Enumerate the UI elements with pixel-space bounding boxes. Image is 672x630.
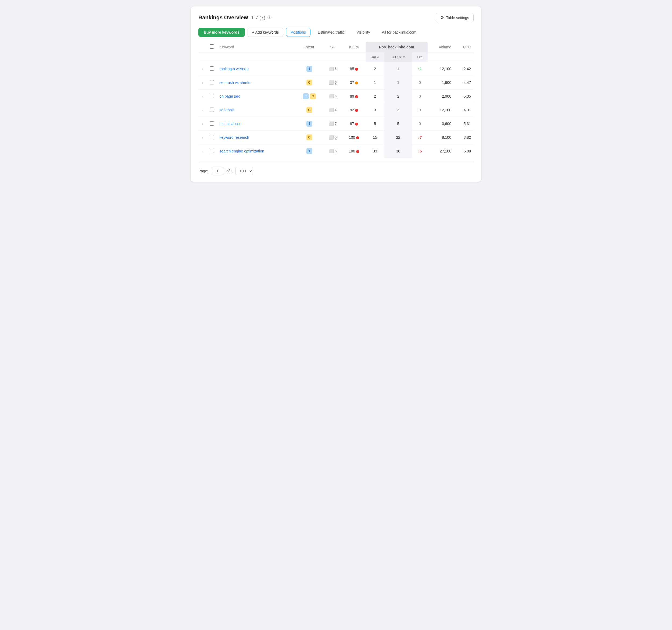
th-sub-sf xyxy=(323,52,342,62)
keyword-link[interactable]: ranking a website xyxy=(219,67,249,71)
diff-value: 0 xyxy=(419,94,421,98)
gear-icon: ⚙ xyxy=(440,15,444,20)
expand-button[interactable]: › xyxy=(201,81,204,85)
col-sub-row: Jul 9 Jul 16 ≡ Diff xyxy=(198,52,474,62)
keyword-link[interactable]: keyword research xyxy=(219,135,249,140)
kd-value: 87 xyxy=(350,121,354,126)
jul9-cell: 2 xyxy=(365,62,384,76)
kd-value: 100 xyxy=(349,135,355,140)
keyword-cell: keyword research xyxy=(217,131,296,144)
jul9-cell: 1 xyxy=(365,76,384,90)
intent-badge: C xyxy=(307,135,312,140)
intent-cell: C xyxy=(296,103,323,117)
diff-value: 0 xyxy=(419,121,421,126)
sf-number: 4 xyxy=(335,108,337,112)
buy-keywords-button[interactable]: Buy more keywords xyxy=(198,28,245,37)
intent-cell: C xyxy=(296,76,323,90)
expand-cell: › xyxy=(198,144,207,158)
of-label: of 1 xyxy=(226,169,233,173)
kd-cell: 37 xyxy=(342,76,365,90)
kd-cell: 92 xyxy=(342,103,365,117)
expand-cell: › xyxy=(198,103,207,117)
th-sf: SF xyxy=(323,42,342,52)
keyword-cell: ranking a website xyxy=(217,62,296,76)
keyword-cell: technical seo xyxy=(217,117,296,131)
keyword-link[interactable]: search engine optimization xyxy=(219,149,264,153)
sf-cell: ⬜ 6 xyxy=(323,76,342,90)
th-intent: Intent xyxy=(296,42,323,52)
checkbox-cell xyxy=(207,90,217,103)
volume-cell: 12,100 xyxy=(428,103,454,117)
keyword-link[interactable]: semrush vs ahrefs xyxy=(219,80,250,85)
kd-cell: 100 xyxy=(342,131,365,144)
expand-button[interactable]: › xyxy=(201,67,204,71)
diff-cell: 0 xyxy=(412,103,428,117)
checkbox-cell xyxy=(207,76,217,90)
row-checkbox[interactable] xyxy=(210,80,214,85)
add-keywords-button[interactable]: + Add keywords xyxy=(247,28,283,37)
expand-button[interactable]: › xyxy=(201,108,204,112)
row-checkbox[interactable] xyxy=(210,94,214,98)
sf-number: 6 xyxy=(335,67,337,71)
row-checkbox[interactable] xyxy=(210,149,214,153)
intent-badge: I xyxy=(307,121,312,127)
sf-image-icon: ⬜ xyxy=(329,135,334,140)
table-wrapper: Keyword Intent SF KD % Pos. backlinko.co… xyxy=(198,42,474,158)
sf-number: 5 xyxy=(335,136,337,140)
sf-cell: ⬜ 5 xyxy=(323,131,342,144)
table-settings-button[interactable]: ⚙ Table settings xyxy=(436,13,474,22)
tab-positions[interactable]: Positions xyxy=(286,28,310,37)
per-page-select[interactable]: 100 50 25 10 xyxy=(236,167,253,175)
keyword-link[interactable]: technical seo xyxy=(219,121,241,126)
sf-number: 7 xyxy=(335,122,337,126)
diff-value: ↑1 xyxy=(418,67,422,71)
jul9-cell: 2 xyxy=(365,90,384,103)
col-group-row: Keyword Intent SF KD % Pos. backlinko.co… xyxy=(198,42,474,52)
table-row: ›ranking a websiteI ⬜ 68521↑112,1002.42 xyxy=(198,62,474,76)
volume-cell: 1,900 xyxy=(428,76,454,90)
kd-dot xyxy=(355,68,358,71)
expand-button[interactable]: › xyxy=(201,149,204,153)
row-checkbox[interactable] xyxy=(210,66,214,71)
expand-button[interactable]: › xyxy=(201,136,204,140)
expand-button[interactable]: › xyxy=(201,94,204,98)
th-expand xyxy=(198,42,207,52)
jul9-cell: 3 xyxy=(365,103,384,117)
tab-estimated-traffic[interactable]: Estimated traffic xyxy=(313,28,349,37)
diff-cell: ↓5 xyxy=(412,144,428,158)
row-checkbox[interactable] xyxy=(210,121,214,125)
row-checkbox[interactable] xyxy=(210,135,214,139)
th-cpc: CPC xyxy=(454,42,474,52)
intent-badge: C xyxy=(307,79,312,86)
page-input[interactable] xyxy=(211,167,224,175)
expand-button[interactable]: › xyxy=(201,122,204,126)
info-icon[interactable]: ⓘ xyxy=(267,15,271,20)
keyword-link[interactable]: seo tools xyxy=(219,108,234,112)
cpc-cell: 2.42 xyxy=(454,62,474,76)
sf-image-icon: ⬜ xyxy=(329,121,334,126)
kd-value: 37 xyxy=(350,80,354,85)
jul16-cell: 3 xyxy=(384,103,412,117)
kd-cell: 89 xyxy=(342,90,365,103)
kd-dot xyxy=(355,123,358,125)
row-checkbox[interactable] xyxy=(210,108,214,112)
keyword-link[interactable]: on page seo xyxy=(219,94,240,98)
tab-visibility[interactable]: Visibility xyxy=(352,28,375,37)
select-all-checkbox[interactable] xyxy=(210,44,214,49)
intent-cell: I xyxy=(296,62,323,76)
th-jul16[interactable]: Jul 16 ≡ xyxy=(384,52,412,62)
expand-cell: › xyxy=(198,131,207,144)
th-sub-cpc xyxy=(454,52,474,62)
jul9-cell: 5 xyxy=(365,117,384,131)
kd-value: 100 xyxy=(349,149,355,153)
diff-cell: 0 xyxy=(412,117,428,131)
cpc-cell: 3.82 xyxy=(454,131,474,144)
tab-all-for[interactable]: All for backlinko.com xyxy=(377,28,421,37)
volume-cell: 12,100 xyxy=(428,62,454,76)
checkbox-cell xyxy=(207,144,217,158)
kd-value: 89 xyxy=(350,94,354,98)
cpc-cell: 5.31 xyxy=(454,117,474,131)
kd-cell: 100 xyxy=(342,144,365,158)
table-body: ›ranking a websiteI ⬜ 68521↑112,1002.42›… xyxy=(198,62,474,158)
jul9-cell: 15 xyxy=(365,131,384,144)
